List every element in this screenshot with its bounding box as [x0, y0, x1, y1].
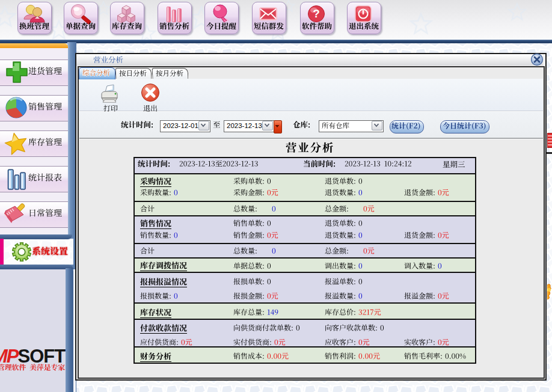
svg-text:?: ?	[313, 7, 320, 20]
